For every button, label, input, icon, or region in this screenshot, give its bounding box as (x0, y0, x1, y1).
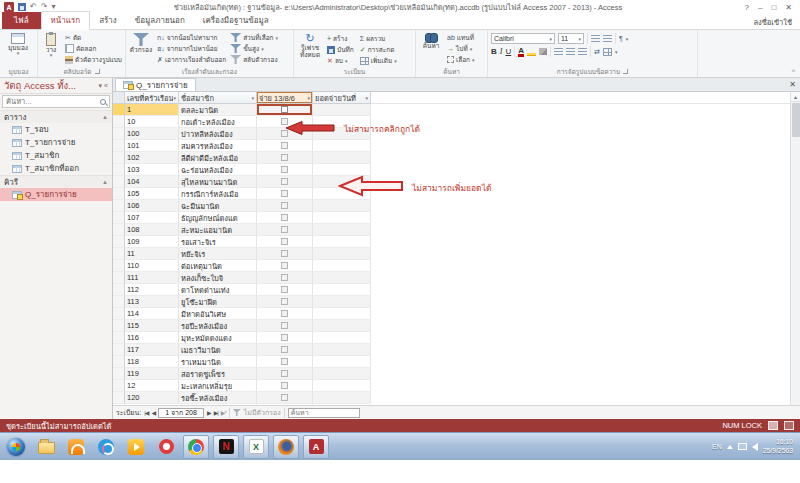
document-close-icon[interactable]: ✕ (789, 80, 796, 89)
highlight-color-button[interactable] (527, 48, 536, 56)
save-icon[interactable] (18, 3, 26, 11)
household-id-cell[interactable]: 106 (125, 200, 179, 212)
sort-ascending-button[interactable]: ก↓จากน้อยไปหามาก (157, 33, 226, 42)
nav-table-item[interactable]: T_สมาชิก (0, 149, 112, 162)
spelling-button[interactable]: ✓การสะกด (360, 45, 397, 54)
amount-date-cell[interactable] (313, 308, 371, 320)
amount-date-cell[interactable] (313, 200, 371, 212)
close-button[interactable]: ✕ (781, 3, 796, 12)
member-name-cell[interactable]: หย๊ะจิเร (179, 248, 257, 260)
paid-checkbox[interactable] (281, 118, 288, 125)
paid-checkbox[interactable] (281, 394, 288, 401)
household-id-cell[interactable]: 113 (125, 296, 179, 308)
align-right-icon[interactable] (578, 48, 587, 55)
paid-checkbox-cell[interactable] (257, 236, 313, 248)
select-button[interactable]: เลือก▾ (447, 55, 475, 64)
delete-record-button[interactable]: ✕ลบ▾ (327, 56, 354, 65)
household-id-cell[interactable]: 111 (125, 272, 179, 284)
paid-checkbox-cell[interactable] (257, 224, 313, 236)
remove-sort-button[interactable]: ✗เอาการเรียงลำดับออก (157, 55, 226, 64)
ribbon-tab[interactable]: หน้าแรก (41, 11, 91, 30)
household-id-cell[interactable]: 116 (125, 332, 179, 344)
paid-checkbox-cell[interactable] (257, 308, 313, 320)
opera-icon[interactable] (153, 435, 179, 459)
italic-button[interactable]: I (500, 47, 503, 56)
more-button[interactable]: เพิ่มเติม▾ (360, 56, 397, 65)
paid-checkbox-cell[interactable] (257, 128, 313, 140)
paid-checkbox-cell[interactable] (257, 332, 313, 344)
amount-date-cell[interactable] (313, 260, 371, 272)
row-selector[interactable] (113, 128, 125, 140)
dialog-launcher-icon[interactable] (623, 69, 628, 74)
paid-checkbox-cell[interactable] (257, 284, 313, 296)
row-selector[interactable] (113, 236, 125, 248)
filter-by-selection-button[interactable]: ส่วนที่เลือก▾ (230, 33, 278, 42)
paid-checkbox[interactable] (281, 262, 288, 269)
media-player-icon[interactable] (123, 435, 149, 459)
amount-date-cell[interactable] (313, 272, 371, 284)
row-selector[interactable] (113, 260, 125, 272)
format-painter-button[interactable]: ตัวคัดวางรูปแบบ (65, 55, 122, 64)
font-size-combobox[interactable]: 11▾ (558, 33, 584, 44)
row-selector[interactable] (113, 356, 125, 368)
column-header-amount-date[interactable]: ยอดจ่ายวันที่▾ (313, 92, 371, 104)
amount-date-cell[interactable] (313, 140, 371, 152)
member-name-cell[interactable]: ฉะมีนมานิด (179, 200, 257, 212)
amount-date-cell[interactable] (313, 152, 371, 164)
numbering-icon[interactable] (603, 35, 612, 42)
paid-checkbox[interactable] (281, 298, 288, 305)
household-id-cell[interactable]: 107 (125, 212, 179, 224)
household-id-cell[interactable]: 119 (125, 368, 179, 380)
paid-checkbox-cell[interactable] (257, 260, 313, 272)
paid-checkbox[interactable] (281, 226, 288, 233)
row-selector[interactable] (113, 176, 125, 188)
netflix-n-app-icon[interactable] (213, 435, 239, 459)
next-record-button[interactable]: ▶ (207, 409, 211, 416)
chrome-icon[interactable] (183, 435, 209, 459)
nav-search-input[interactable] (6, 97, 98, 106)
row-selector[interactable] (113, 200, 125, 212)
paid-checkbox[interactable] (281, 142, 288, 149)
member-name-cell[interactable]: รอซี๊ะหลังเมือง (179, 392, 257, 404)
household-id-cell[interactable]: 110 (125, 260, 179, 272)
row-selector[interactable] (113, 380, 125, 392)
column-header-member-name[interactable]: ชื่อสมาชิก▾ (179, 92, 257, 104)
hidden-icons-caret-icon[interactable] (727, 445, 733, 449)
paid-checkbox-cell[interactable] (257, 104, 313, 116)
amount-date-cell[interactable] (313, 104, 371, 116)
member-name-cell[interactable]: ต่อเหตุมานิด (179, 260, 257, 272)
amount-date-cell[interactable] (313, 284, 371, 296)
file-explorer-icon[interactable] (33, 435, 59, 459)
household-id-cell[interactable]: 108 (125, 224, 179, 236)
nav-query-item[interactable]: Q_รายการจ่าย (0, 188, 112, 201)
paid-checkbox-cell[interactable] (257, 272, 313, 284)
household-id-cell[interactable]: 117 (125, 344, 179, 356)
nav-menu-icon[interactable]: ▾ (99, 82, 103, 90)
paid-checkbox[interactable] (281, 202, 288, 209)
amount-date-cell[interactable] (313, 356, 371, 368)
paid-checkbox[interactable] (281, 346, 288, 353)
uc-browser-icon[interactable] (63, 435, 89, 459)
member-name-cell[interactable]: สมควรหลังเมือง (179, 140, 257, 152)
amount-date-cell[interactable] (313, 368, 371, 380)
row-selector[interactable] (113, 320, 125, 332)
paid-checkbox[interactable] (281, 358, 288, 365)
row-selector[interactable] (113, 368, 125, 380)
scroll-up-icon[interactable]: ▲ (791, 92, 800, 102)
paid-checkbox[interactable] (281, 106, 288, 113)
paid-checkbox-cell[interactable] (257, 140, 313, 152)
amount-date-cell[interactable] (313, 164, 371, 176)
amount-date-cell[interactable] (313, 212, 371, 224)
cut-button[interactable]: ✂ตัด (65, 33, 122, 42)
copy-button[interactable]: คัดลอก (65, 44, 122, 53)
row-selector[interactable] (113, 116, 125, 128)
member-name-cell[interactable]: บ่าวหลีหลังเมือง (179, 128, 257, 140)
filter-dropdown-icon[interactable]: ▾ (365, 95, 368, 101)
row-selector[interactable] (113, 392, 125, 404)
tables-section-header[interactable]: ตาราง ▲ (0, 110, 112, 123)
row-selector[interactable] (113, 272, 125, 284)
paid-checkbox-cell[interactable] (257, 116, 313, 128)
new-record-button[interactable]: +สร้าง (327, 34, 354, 43)
paid-checkbox[interactable] (281, 178, 288, 185)
amount-date-cell[interactable] (313, 224, 371, 236)
